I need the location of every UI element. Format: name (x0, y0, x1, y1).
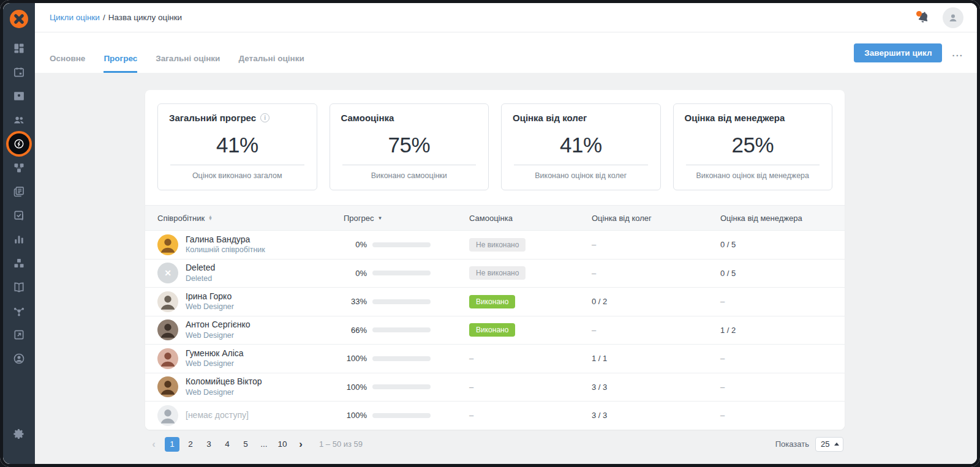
table-row[interactable]: Антон СергієнкоWeb Designer 66% Виконано… (145, 316, 845, 345)
table-row[interactable]: Гуменюк АлісаWeb Designer 100% – 1 / 1 – (145, 344, 845, 373)
info-icon[interactable]: i (260, 113, 270, 122)
sidebar-item-employees[interactable] (3, 84, 35, 108)
column-employee[interactable]: Співробітник▲▼ (157, 214, 344, 223)
employee-cell: Ірина ГоркоWeb Designer (157, 291, 344, 312)
progress-cell: 100% (344, 354, 469, 363)
employee-cell: Галина БандураКолишній співробітник (157, 234, 344, 255)
sidebar-item-network[interactable] (3, 299, 35, 323)
table-row[interactable]: Ірина ГоркоWeb Designer 33% Виконано 0 /… (145, 287, 845, 316)
notification-bell-icon[interactable] (917, 10, 932, 25)
progress-percent: 33% (344, 297, 367, 306)
external-link-icon (13, 329, 25, 341)
notification-dot (916, 11, 922, 17)
progress-percent: 100% (344, 354, 367, 363)
table-header: Співробітник▲▼ Прогрес▼ Самооцінка Оцінк… (145, 205, 845, 230)
page-button[interactable]: 2 (183, 437, 198, 452)
sidebar-item-analytics[interactable] (3, 227, 35, 251)
sidebar-item-knowledge[interactable] (3, 275, 35, 299)
card-divider (342, 165, 477, 165)
tab-detailed-scores[interactable]: Детальні оцінки (238, 54, 304, 73)
self-assessment-cell: – (469, 383, 592, 392)
sidebar-item-blocks[interactable] (3, 251, 35, 275)
more-options-button[interactable]: ... (952, 48, 963, 58)
column-progress[interactable]: Прогрес▼ (344, 214, 469, 223)
breadcrumb-current: Назва циклу оцінки (108, 13, 182, 22)
logo-x-icon[interactable] (10, 10, 28, 28)
sidebar-item-news[interactable] (3, 179, 35, 203)
card-title: Загальний прогрес (169, 113, 256, 123)
table-row[interactable]: Галина БандураКолишній співробітник 0% Н… (145, 230, 845, 259)
table-row[interactable]: ✕ DeletedDeleted 0% Не виконано – 0 / 5 (145, 259, 845, 288)
employee-name: Антон Сергієнко (186, 319, 251, 331)
breadcrumb-link-cycles[interactable]: Цикли оцінки (50, 13, 100, 22)
employee-subtitle: Web Designer (186, 359, 244, 368)
progress-bar (372, 242, 431, 247)
employee-name: [немає доступу] (186, 410, 249, 421)
employee-card-icon (13, 90, 25, 102)
tab-overall-scores[interactable]: Загальні оцінки (156, 54, 220, 73)
page-size-select[interactable]: 25 (815, 437, 843, 452)
stat-card-peer-assessment: Оцінка від колег 41% Виконано оцінок від… (501, 103, 661, 190)
no-access-avatar-icon (157, 405, 178, 426)
team-icon (13, 114, 25, 126)
page-button[interactable]: 5 (238, 437, 253, 452)
progress-panel: Загальний прогрес i 41% Оцінок виконано … (145, 90, 845, 430)
progress-bar (372, 413, 431, 418)
deleted-avatar-icon: ✕ (157, 263, 178, 283)
page-button[interactable]: 4 (220, 437, 235, 452)
table-row[interactable]: [немає доступу] 100% – 3 / 3 – (145, 401, 845, 430)
employee-cell: Антон СергієнкоWeb Designer (157, 319, 344, 340)
tab-main[interactable]: Основне (50, 54, 85, 73)
employee-name: Ірина Горко (186, 291, 234, 302)
sidebar-item-settings[interactable] (3, 422, 35, 446)
employee-cell: [немає доступу] (157, 405, 344, 426)
topbar-right (917, 7, 963, 28)
chevron-right-icon[interactable]: › (293, 437, 308, 452)
peer-assessment-cell: 3 / 3 (592, 411, 720, 420)
news-feed-icon (13, 185, 25, 198)
avatar (157, 376, 178, 397)
page-button[interactable]: 3 (202, 437, 216, 452)
caret-up-icon (834, 443, 839, 446)
manager-assessment-cell: – (720, 383, 832, 392)
blocks-icon (13, 257, 25, 269)
card-value: 41% (169, 133, 306, 157)
tabs: Основне Прогрес Загальні оцінки Детальні… (50, 54, 304, 73)
sidebar-item-external[interactable] (3, 323, 35, 346)
topbar: Цикли оцінки/Назва циклу оцінки (35, 3, 977, 32)
page-button[interactable]: 10 (275, 437, 290, 452)
progress-bar (372, 384, 431, 389)
progress-bar (372, 271, 431, 275)
peer-assessment-cell: 3 / 3 (592, 383, 720, 392)
sidebar-item-dashboard[interactable] (3, 36, 35, 60)
sidebar-item-tasks[interactable] (3, 203, 35, 227)
progress-bar (372, 299, 431, 304)
settings-gear-icon (13, 428, 25, 440)
peer-assessment-cell: 1 / 1 (592, 354, 720, 363)
page-button[interactable]: 1 (165, 437, 179, 452)
knowledge-book-icon (13, 281, 25, 293)
chevron-left-icon[interactable]: ‹ (146, 437, 161, 452)
employee-name: Галина Бандура (186, 234, 265, 245)
sort-desc-icon: ▼ (378, 215, 383, 221)
status-badge: Виконано (469, 295, 515, 308)
progress-bar (372, 327, 431, 332)
sidebar-item-profile[interactable] (3, 346, 35, 370)
peer-assessment-cell: 0 / 2 (592, 297, 720, 306)
sidebar-item-calendar[interactable] (3, 60, 35, 84)
finish-cycle-button[interactable]: Завершити цикл (854, 43, 942, 62)
self-assessment-cell: Виконано (469, 323, 592, 337)
tab-progress[interactable]: Прогрес (104, 54, 137, 73)
table-row[interactable]: Коломийцев ВікторWeb Designer 100% – 3 /… (145, 373, 845, 402)
tabs-row: Основне Прогрес Загальні оцінки Детальні… (35, 32, 977, 73)
card-title: Оцінка від менеджера (685, 113, 785, 123)
sidebar-item-org-structure[interactable] (3, 155, 35, 179)
stat-cards: Загальний прогрес i 41% Оцінок виконано … (145, 90, 845, 205)
sidebar-item-performance[interactable] (3, 132, 35, 155)
user-avatar-icon[interactable] (943, 7, 963, 28)
dashboard-icon (13, 42, 25, 54)
employee-name: Коломийцев Віктор (186, 376, 262, 387)
sidebar-item-team[interactable] (3, 108, 35, 132)
breadcrumb-separator: / (103, 13, 105, 22)
active-item-highlight-ring (6, 131, 32, 157)
